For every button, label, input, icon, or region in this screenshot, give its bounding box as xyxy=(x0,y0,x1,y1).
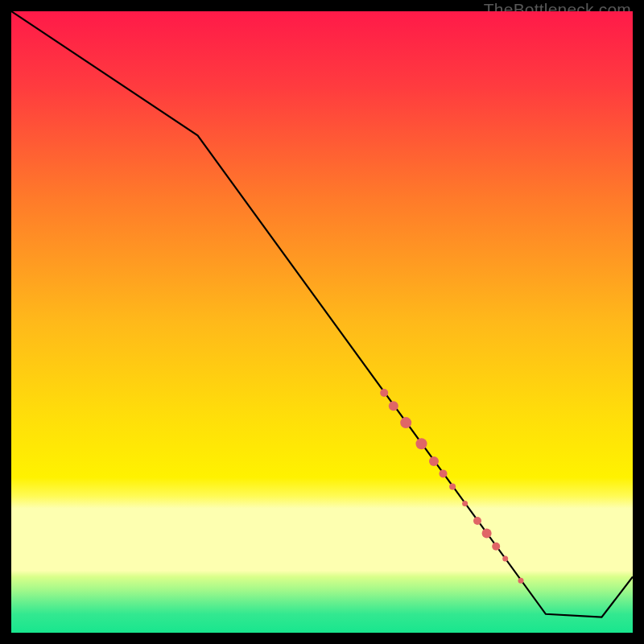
data-dot xyxy=(449,484,456,490)
bottleneck-chart xyxy=(11,11,633,633)
data-dot xyxy=(518,578,524,584)
gradient-background xyxy=(11,11,633,633)
data-dot xyxy=(380,389,388,397)
data-dot xyxy=(429,456,439,466)
data-dot xyxy=(400,417,411,428)
data-dot xyxy=(440,469,448,477)
data-dot xyxy=(492,543,500,551)
data-dot xyxy=(473,517,481,525)
data-dot xyxy=(502,556,508,562)
data-dot xyxy=(482,529,492,539)
chart-frame: TheBottleneck.com xyxy=(0,0,644,644)
data-dot xyxy=(416,438,427,449)
data-dot xyxy=(462,501,468,506)
data-dot xyxy=(389,401,398,411)
